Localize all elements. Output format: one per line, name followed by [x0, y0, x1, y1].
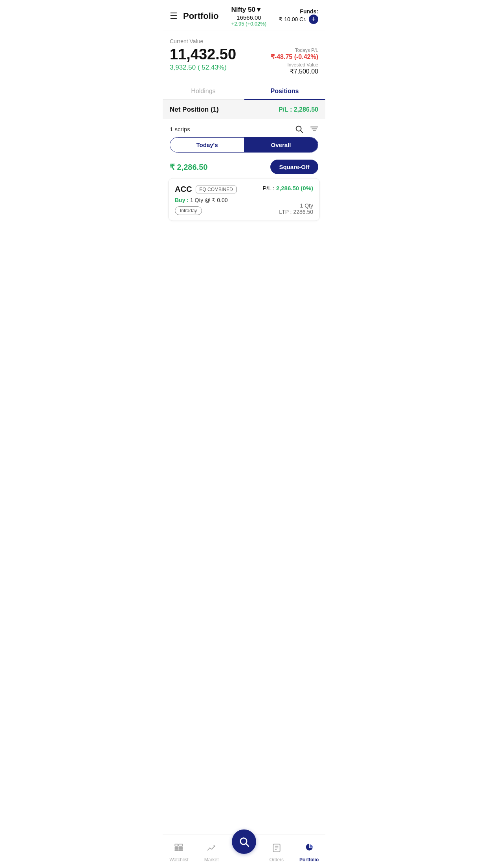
current-value-left: 11,432.50 3,932.50 ( 52.43%)	[170, 46, 236, 72]
tabs-bar: Holdings Positions	[163, 83, 325, 100]
filter-line-3	[313, 131, 316, 131]
search-icon[interactable]	[295, 125, 303, 133]
nifty-index-section[interactable]: Nifty 50 ▾ 16566.00 +2.95 (+0.02%)	[231, 6, 267, 27]
ltp-label: LTP :	[279, 209, 292, 215]
filter-line-2	[312, 129, 317, 129]
stock-pl-value: 2,286.50 (0%)	[276, 185, 313, 191]
net-pl-value: 2,286.50	[294, 106, 318, 113]
todays-pl-value: ₹-48.75 (-0.42%)	[271, 53, 318, 61]
filter-icon[interactable]	[310, 127, 318, 131]
stock-card-header: ACC EQ COMBINED P/L : 2,286.50 (0%)	[175, 185, 313, 194]
net-position-bar: Net Position (1) P/L : 2,286.50	[163, 100, 325, 119]
stock-buy-info: Buy : 1 Qty @ ₹ 0.00	[175, 197, 227, 203]
funds-label: Funds:	[279, 8, 318, 15]
portfolio-summary: Current Value 11,432.50 3,932.50 ( 52.43…	[163, 31, 325, 79]
tab-positions[interactable]: Positions	[244, 83, 325, 99]
chevron-down-icon: ▾	[257, 6, 261, 14]
nifty-value: 16566.00	[231, 14, 267, 21]
nifty-change: +2.95 (+0.02%)	[231, 21, 267, 27]
scrips-count: 1 scrips	[170, 126, 190, 132]
stock-buy-section: Buy : 1 Qty @ ₹ 0.00 Intraday	[175, 197, 227, 215]
total-pl-value: ₹ 2,286.50	[170, 162, 207, 172]
today-overall-toggle: Today's Overall	[170, 137, 318, 153]
stock-card-body: Buy : 1 Qty @ ₹ 0.00 Intraday 1 Qty LTP …	[175, 197, 313, 215]
buy-info: 1 Qty @ ₹ 0.00	[190, 197, 228, 203]
toggle-overall[interactable]: Overall	[244, 138, 318, 152]
filter-line-1	[310, 127, 318, 127]
stock-qty-section: 1 Qty LTP : 2286.50	[279, 202, 313, 215]
scrips-icons	[295, 125, 318, 133]
net-pl-label: P/L :	[279, 106, 292, 113]
invested-label: Invested Value	[271, 62, 318, 68]
toggle-today[interactable]: Today's	[170, 138, 244, 152]
current-value-amount: 11,432.50	[170, 46, 236, 63]
current-value-label: Current Value	[170, 38, 318, 44]
hamburger-menu-icon[interactable]: ☰	[170, 11, 178, 21]
funds-section: Funds: ₹ 10.00 Cr. +	[279, 8, 318, 24]
net-position-title: Net Position (1)	[170, 106, 219, 114]
funds-amount: ₹ 10.00 Cr.	[279, 16, 306, 22]
intraday-badge: Intraday	[175, 206, 202, 215]
stock-ltp: LTP : 2286.50	[279, 209, 313, 215]
header: ☰ Portfolio Nifty 50 ▾ 16566.00 +2.95 (+…	[163, 0, 325, 31]
gain-percent: 3,932.50 ( 52.43%)	[170, 64, 236, 72]
stock-qty: 1 Qty	[279, 202, 313, 209]
stock-type-badge: EQ COMBINED	[196, 186, 236, 193]
ltp-value: 2286.50	[293, 209, 313, 215]
add-funds-button[interactable]: +	[309, 15, 318, 24]
summary-main-row: 11,432.50 3,932.50 ( 52.43%) Todays P/L …	[170, 46, 318, 75]
scrips-header: 1 scrips	[163, 119, 325, 137]
invested-value: ₹7,500.00	[271, 68, 318, 75]
todays-pl-section: Todays P/L ₹-48.75 (-0.42%) Invested Val…	[271, 46, 318, 75]
stock-pl-label: P/L :	[262, 185, 274, 191]
stock-name: ACC	[175, 185, 192, 194]
funds-value-row: ₹ 10.00 Cr. +	[279, 15, 318, 24]
net-position-pl: P/L : 2,286.50	[279, 106, 318, 113]
square-off-button[interactable]: Square-Off	[270, 160, 318, 174]
buy-label: Buy :	[175, 197, 189, 203]
nifty-name: Nifty 50	[231, 6, 255, 14]
svg-line-1	[301, 131, 303, 132]
stock-card[interactable]: ACC EQ COMBINED P/L : 2,286.50 (0%) Buy …	[168, 178, 320, 221]
stock-name-row: ACC EQ COMBINED	[175, 185, 237, 194]
nifty-label[interactable]: Nifty 50 ▾	[231, 6, 267, 14]
todays-pl-label: Todays P/L	[271, 48, 318, 53]
invested-section: Invested Value ₹7,500.00	[271, 62, 318, 75]
pl-squareoff-row: ₹ 2,286.50 Square-Off	[163, 157, 325, 178]
stock-pl: P/L : 2,286.50 (0%)	[262, 185, 313, 191]
page-title: Portfolio	[183, 11, 218, 21]
header-left: ☰ Portfolio	[170, 11, 218, 21]
tab-holdings[interactable]: Holdings	[163, 83, 244, 99]
